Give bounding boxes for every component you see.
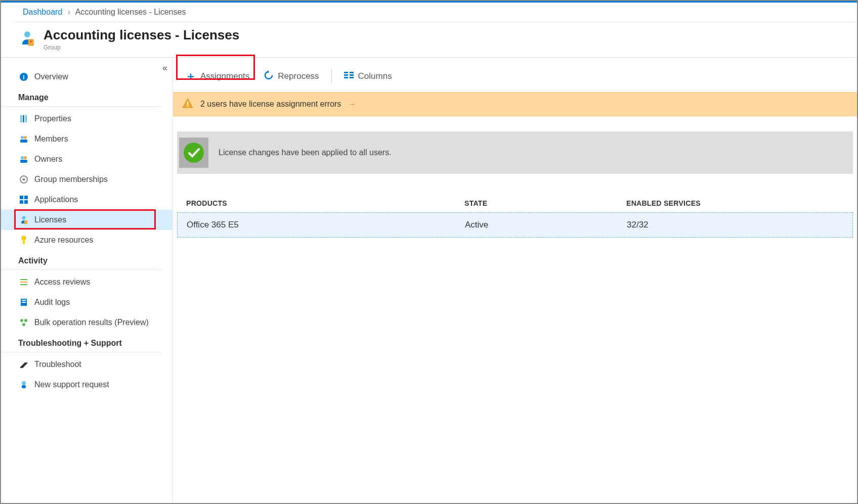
sidebar-item-label: Access reviews — [34, 278, 90, 287]
page-header: Accounting licenses - Licenses Group — [1, 22, 857, 57]
svg-rect-18 — [20, 200, 23, 204]
success-check-wrap — [179, 138, 208, 168]
sidebar-item-label: Group memberships — [34, 175, 108, 184]
svg-point-30 — [20, 319, 23, 322]
svg-rect-17 — [24, 196, 28, 199]
checklist-icon — [18, 277, 29, 288]
breadcrumb-root[interactable]: Dashboard — [23, 8, 62, 16]
svg-rect-38 — [344, 74, 348, 76]
collapse-sidebar-icon[interactable]: « — [162, 63, 167, 73]
cell-product: Office 365 E5 — [187, 220, 465, 230]
svg-point-9 — [24, 136, 27, 139]
svg-rect-19 — [24, 200, 28, 204]
svg-rect-40 — [344, 77, 348, 78]
sidebar-item-label: Licenses — [34, 215, 66, 224]
svg-text:i: i — [23, 74, 24, 81]
key-icon — [18, 235, 29, 246]
assignments-button[interactable]: ＋ Assignments — [178, 65, 256, 88]
check-icon — [183, 142, 204, 163]
table-row[interactable]: Office 365 E5 Active 32/32 — [177, 212, 853, 238]
info-icon: i — [18, 71, 29, 82]
svg-rect-29 — [22, 302, 26, 303]
sidebar-item-new-support[interactable]: New support request — [1, 375, 173, 395]
sidebar-item-azure-resources[interactable]: Azure resources — [1, 230, 173, 250]
refresh-icon — [264, 70, 274, 83]
warning-text: 2 users have license assignment errors — [200, 100, 341, 109]
toolbar-label: Columns — [358, 71, 392, 81]
bulk-icon — [18, 317, 29, 328]
apps-icon — [18, 194, 29, 205]
warning-icon: ! — [182, 98, 193, 111]
arrow-right-icon: → — [348, 100, 356, 109]
table-header: PRODUCTS STATE ENABLED SERVICES — [177, 194, 853, 212]
col-services[interactable]: ENABLED SERVICES — [626, 199, 844, 207]
svg-point-11 — [21, 156, 24, 159]
svg-rect-16 — [20, 196, 23, 199]
sidebar-item-label: Applications — [34, 195, 78, 204]
svg-rect-7 — [25, 115, 27, 122]
svg-point-32 — [22, 323, 25, 326]
svg-rect-5 — [20, 115, 22, 122]
success-text: License changes have been applied to all… — [219, 148, 392, 157]
svg-rect-23 — [23, 240, 25, 244]
section-manage: Manage — [1, 87, 161, 107]
toolbar-label: Assignments — [200, 71, 249, 81]
toolbar-label: Reprocess — [278, 71, 319, 81]
owners-icon — [18, 154, 29, 165]
sidebar-item-group-memberships[interactable]: Group memberships — [1, 169, 173, 190]
sidebar-item-label: Members — [34, 134, 68, 144]
columns-button[interactable]: Columns — [337, 67, 399, 86]
sidebar-item-members[interactable]: Members — [1, 129, 173, 149]
svg-point-8 — [21, 136, 24, 139]
svg-rect-36 — [344, 72, 348, 73]
sidebar-item-licenses[interactable]: Licenses — [1, 210, 173, 230]
columns-icon — [344, 71, 354, 82]
col-products[interactable]: PRODUCTS — [186, 199, 464, 207]
group-license-icon — [18, 29, 36, 49]
col-state[interactable]: STATE — [464, 199, 626, 207]
section-support: Troubleshooting + Support — [1, 333, 161, 352]
reprocess-button[interactable]: Reprocess — [256, 66, 326, 87]
sidebar-item-overview[interactable]: i Overview — [1, 67, 173, 87]
license-icon — [18, 214, 29, 225]
cell-state: Active — [465, 220, 627, 230]
sidebar-item-label: Azure resources — [34, 236, 94, 245]
svg-point-15 — [23, 178, 25, 181]
svg-point-31 — [24, 319, 27, 322]
sidebar-item-properties[interactable]: Properties — [1, 109, 173, 129]
svg-point-12 — [24, 156, 27, 159]
svg-text:!: ! — [187, 100, 189, 108]
sidebar-item-label: Bulk operation results (Preview) — [34, 318, 149, 327]
toolbar: ＋ Assignments Reprocess Columns — [173, 58, 857, 92]
sidebar-item-label: Owners — [34, 155, 62, 164]
sidebar-item-owners[interactable]: Owners — [1, 149, 173, 169]
chevron-right-icon: › — [68, 8, 70, 16]
sidebar-item-access-reviews[interactable]: Access reviews — [1, 272, 173, 292]
wrench-icon — [18, 359, 29, 370]
sidebar-item-label: Audit logs — [34, 298, 70, 307]
properties-icon — [18, 113, 29, 124]
toolbar-separator — [331, 69, 332, 83]
warning-banner[interactable]: ! 2 users have license assignment errors… — [173, 92, 857, 116]
svg-rect-21 — [24, 220, 27, 224]
sidebar-item-applications[interactable]: Applications — [1, 190, 173, 210]
page-title: Accounting licenses - Licenses — [44, 27, 239, 43]
support-icon — [18, 379, 29, 390]
success-banner: License changes have been applied to all… — [177, 131, 853, 174]
sidebar-item-bulk-ops[interactable]: Bulk operation results (Preview) — [1, 312, 173, 333]
svg-rect-13 — [20, 160, 27, 163]
licenses-table: PRODUCTS STATE ENABLED SERVICES Office 3… — [177, 194, 853, 238]
svg-point-20 — [22, 216, 26, 220]
svg-point-44 — [184, 143, 204, 163]
content-area: ＋ Assignments Reprocess Columns — [173, 58, 857, 504]
log-icon — [18, 297, 29, 308]
sidebar-item-troubleshoot[interactable]: Troubleshoot — [1, 354, 173, 375]
sidebar-item-audit-logs[interactable]: Audit logs — [1, 292, 173, 312]
svg-rect-34 — [22, 385, 26, 388]
page-subtitle: Group — [44, 44, 239, 51]
gear-icon — [18, 174, 29, 185]
svg-rect-6 — [23, 115, 24, 122]
breadcrumb-current: Accounting licenses - Licenses — [75, 8, 186, 16]
section-activity: Activity — [1, 250, 161, 270]
members-icon — [18, 133, 29, 145]
